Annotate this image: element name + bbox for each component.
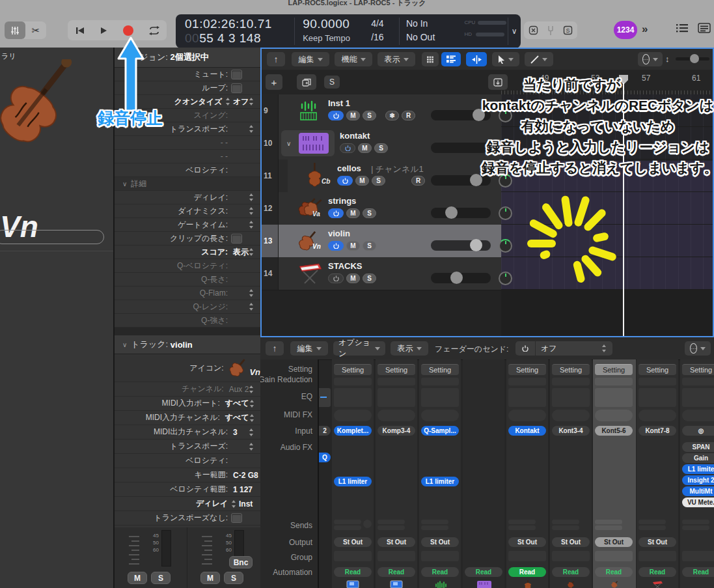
mute-button[interactable]: M (355, 176, 369, 186)
volume-slider[interactable] (431, 240, 491, 251)
track-name[interactable]: strings (328, 196, 356, 206)
track-name[interactable]: kontakt (340, 131, 370, 141)
midi-fx-slot[interactable] (595, 410, 633, 421)
edit-menu[interactable]: 編集 (292, 52, 329, 66)
send-slot[interactable] (595, 525, 622, 530)
track-row-cellos[interactable]: 11 Cb cellos | チャンネル1 M S R (262, 160, 501, 193)
group-slot[interactable] (682, 551, 714, 561)
record-button[interactable] (122, 24, 135, 37)
input-slot[interactable]: Komp3-4 (378, 426, 415, 436)
setting-button[interactable]: Setting (421, 364, 459, 375)
midi-fx-slot[interactable] (378, 410, 415, 421)
eq-thumbnail[interactable] (421, 388, 459, 407)
send-slot[interactable] (421, 525, 448, 530)
secondary-tool-button[interactable] (525, 52, 553, 66)
automation-mode-button[interactable]: Read (378, 567, 415, 577)
midi-fx-slot[interactable] (421, 410, 459, 421)
send-slot[interactable] (508, 525, 536, 530)
send-slot[interactable] (682, 520, 709, 524)
stepper-icon[interactable] (249, 248, 254, 256)
mixer-edit-menu[interactable]: 編集 (290, 341, 328, 356)
input-slot[interactable]: Kont7-8 (638, 426, 676, 436)
back-button[interactable]: ↑ (267, 52, 285, 66)
mute-button[interactable]: M (346, 208, 360, 218)
track-on-button[interactable] (337, 176, 353, 186)
input-slot[interactable]: Kontakt (508, 426, 546, 436)
disclosure-chevron-icon[interactable]: ∨ (286, 140, 291, 147)
back-button[interactable]: ↑ (266, 341, 284, 356)
mixer-strip-kontakt-aux[interactable]: Setting Kontakt St Out Read (506, 359, 548, 588)
solo-button[interactable]: S (224, 572, 243, 584)
output-slot[interactable]: St Out (421, 537, 459, 547)
automation-mode-button[interactable]: Read (421, 567, 459, 577)
mixer-strip-output[interactable]: Setting ◎ SPAN Gain L1 limite Insight 2 … (680, 359, 714, 588)
mixer-view-menu[interactable]: 表示 (391, 341, 428, 356)
row-value[interactable]: すべて (225, 398, 249, 409)
track-name[interactable]: STACKS (328, 261, 362, 271)
stepper-icon[interactable] (249, 207, 254, 215)
track-row-strings[interactable]: 12 Va strings M S (262, 192, 501, 225)
track-row-violin-selected[interactable]: 13 Vn violin M S (262, 225, 501, 258)
audio-fx-slot[interactable]: Gain (682, 453, 714, 463)
group-slot[interactable] (595, 551, 633, 561)
stepper-icon[interactable] (249, 125, 254, 133)
group-slot[interactable] (638, 551, 676, 561)
volume-thumb[interactable] (450, 272, 463, 284)
zoom-slider-thumb[interactable] (690, 54, 699, 63)
eq-thumbnail[interactable] (552, 388, 590, 407)
fader-send-dropdown[interactable]: オフ (536, 341, 612, 356)
stepper-icon[interactable] (249, 289, 254, 297)
stepper-icon[interactable] (249, 98, 254, 105)
stepper-icon[interactable] (249, 193, 254, 201)
send-slot[interactable] (508, 520, 536, 524)
midi-fx-slot[interactable] (552, 410, 590, 421)
output-slot[interactable]: St Out (638, 537, 676, 547)
volume-thumb[interactable] (470, 239, 482, 251)
volume-thumb[interactable] (470, 174, 482, 186)
volume-thumb[interactable] (445, 206, 458, 219)
input-slot[interactable]: Q-Sampl... (421, 426, 459, 436)
track-on-button[interactable] (328, 273, 344, 283)
setting-button[interactable]: Setting (682, 364, 714, 375)
zoom-slider[interactable] (676, 57, 709, 61)
midi-fx-slot[interactable] (682, 410, 714, 421)
mixer-strip-komp34[interactable]: Setting Komp3-4 St Out Read (376, 359, 417, 588)
mute-button[interactable]: M (358, 143, 372, 153)
violin-icon[interactable] (227, 357, 249, 379)
solo-button[interactable]: S (363, 111, 376, 120)
midi-fx-slot[interactable] (508, 410, 546, 421)
group-slot[interactable] (334, 551, 372, 561)
send-slot[interactable] (378, 520, 405, 524)
setting-button[interactable]: Setting (595, 364, 633, 375)
stereo-format-button[interactable]: ◎ (682, 426, 714, 436)
mute-button[interactable]: M (128, 572, 147, 584)
loop-checkbox[interactable] (231, 83, 242, 93)
input-slot[interactable]: Komplet... (334, 426, 372, 436)
eq-thumbnail[interactable] (508, 388, 546, 407)
row-value[interactable]: 1 127 (233, 485, 253, 494)
solo-button[interactable]: S (372, 176, 385, 186)
view-menu[interactable]: 表示 (378, 52, 415, 66)
group-slot[interactable] (378, 551, 415, 561)
row-value[interactable]: 3 (233, 428, 238, 437)
automation-mode-button[interactable]: Read (334, 567, 372, 577)
audio-fx-slot[interactable]: MultiMt (682, 486, 714, 496)
send-slot[interactable] (638, 520, 666, 524)
send-slot[interactable] (421, 520, 448, 524)
no-overlap-button[interactable] (529, 25, 538, 35)
pan-knob[interactable] (499, 206, 512, 220)
solo-button[interactable]: S (363, 241, 376, 251)
lcd-mode-chevron[interactable]: ∨ (508, 14, 521, 48)
record-enable-button[interactable]: R (402, 111, 415, 120)
automation-mode-button[interactable]: Read (508, 567, 546, 577)
eq-thumbnail[interactable] (682, 388, 714, 407)
pan-knob[interactable] (499, 272, 512, 285)
stepper-icon[interactable] (225, 98, 231, 105)
track-on-button[interactable] (328, 111, 344, 120)
send-slot[interactable] (638, 525, 666, 530)
track-name[interactable]: cellos (337, 163, 361, 173)
audio-fx-slot[interactable]: L1 limiter (421, 477, 459, 486)
mute-button[interactable]: M (346, 273, 360, 283)
output-slot[interactable]: St Out (378, 537, 415, 547)
tuner-button[interactable] (547, 25, 555, 36)
